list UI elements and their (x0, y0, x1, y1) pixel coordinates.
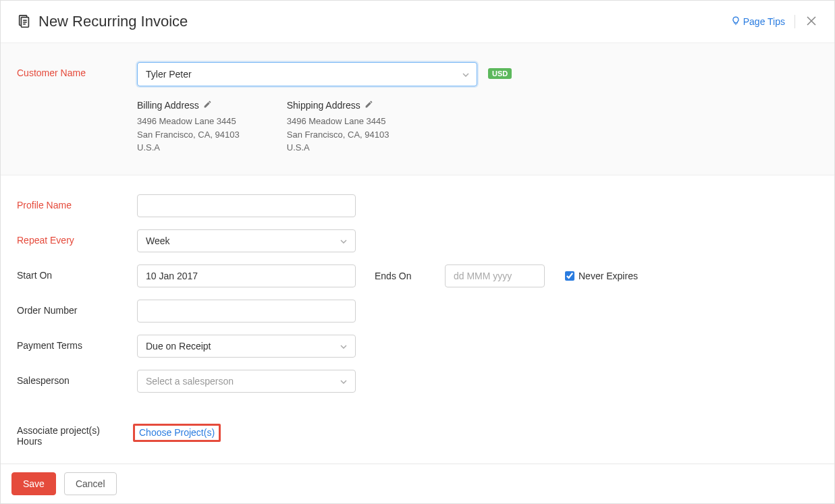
billing-address-title: Billing Address (137, 100, 199, 111)
profile-name-label: Profile Name (17, 194, 137, 211)
order-number-label: Order Number (17, 300, 137, 316)
payment-terms-select[interactable]: Due on Receipt (137, 335, 356, 358)
shipping-address: Shipping Address 3496 Meadow Lane 3445 S… (287, 100, 389, 155)
billing-line3: U.S.A (137, 141, 240, 155)
cancel-button[interactable]: Cancel (64, 472, 117, 495)
salesperson-label: Salesperson (17, 370, 137, 386)
never-expires-checkbox-wrap[interactable]: Never Expires (565, 271, 638, 281)
billing-line1: 3496 Meadow Lane 3445 (137, 115, 240, 128)
chevron-down-icon (340, 376, 347, 386)
edit-billing-button[interactable] (203, 100, 212, 111)
billing-address: Billing Address 3496 Meadow Lane 3445 Sa… (137, 100, 240, 155)
profile-name-input[interactable] (137, 194, 356, 217)
page-footer: Save Cancel (1, 464, 834, 503)
edit-shipping-button[interactable] (365, 100, 373, 111)
header-left: New Recurring Invoice (17, 13, 188, 30)
salesperson-placeholder: Select a salesperson (146, 376, 234, 387)
customer-section: Customer Name Tyler Peter USD (1, 43, 834, 175)
customer-name-label: Customer Name (17, 62, 137, 78)
ends-on-input[interactable] (445, 264, 545, 287)
header-divider (794, 15, 795, 28)
choose-projects-highlight: Choose Project(s) (133, 424, 221, 442)
recurring-invoice-icon (17, 14, 32, 29)
customer-name-value: Tyler Peter (146, 69, 192, 80)
save-button[interactable]: Save (11, 472, 56, 495)
start-on-label: Start On (17, 264, 137, 281)
shipping-line1: 3496 Meadow Lane 3445 (287, 115, 389, 128)
never-expires-label: Never Expires (578, 271, 638, 281)
close-button[interactable] (805, 15, 818, 28)
lightbulb-icon (731, 16, 740, 28)
currency-badge: USD (488, 68, 512, 79)
page-title: New Recurring Invoice (38, 13, 188, 30)
customer-name-select[interactable]: Tyler Peter (137, 62, 477, 86)
associate-projects-line2: Hours (17, 436, 137, 447)
choose-projects-link[interactable]: Choose Project(s) (139, 427, 215, 438)
start-on-input[interactable] (137, 264, 356, 287)
page-header: New Recurring Invoice Page Tips (1, 1, 834, 43)
chevron-down-icon (462, 69, 469, 79)
order-number-input[interactable] (137, 300, 356, 323)
repeat-every-select[interactable]: Week (137, 229, 356, 252)
never-expires-checkbox[interactable] (565, 271, 574, 281)
shipping-line3: U.S.A (287, 141, 389, 155)
payment-terms-label: Payment Terms (17, 335, 137, 351)
shipping-address-title: Shipping Address (287, 100, 360, 111)
repeat-every-value: Week (146, 235, 170, 246)
ends-on-label: Ends On (375, 271, 415, 281)
header-right: Page Tips (731, 15, 818, 28)
shipping-line2: San Francisco, CA, 94103 (287, 128, 389, 142)
associate-projects-line1: Associate project(s) (17, 425, 137, 436)
form-body: Customer Name Tyler Peter USD (1, 43, 834, 464)
page-tips-link[interactable]: Page Tips (731, 16, 785, 28)
details-section: Profile Name Repeat Every Week (1, 175, 834, 464)
chevron-down-icon (340, 341, 347, 351)
addresses: Billing Address 3496 Meadow Lane 3445 Sa… (137, 100, 818, 155)
associate-projects-label: Associate project(s) Hours (17, 424, 137, 447)
page-tips-label: Page Tips (743, 16, 785, 27)
payment-terms-value: Due on Receipt (146, 341, 211, 352)
repeat-every-label: Repeat Every (17, 229, 137, 246)
billing-line2: San Francisco, CA, 94103 (137, 128, 240, 142)
salesperson-select[interactable]: Select a salesperson (137, 370, 356, 393)
chevron-down-icon (340, 236, 347, 246)
